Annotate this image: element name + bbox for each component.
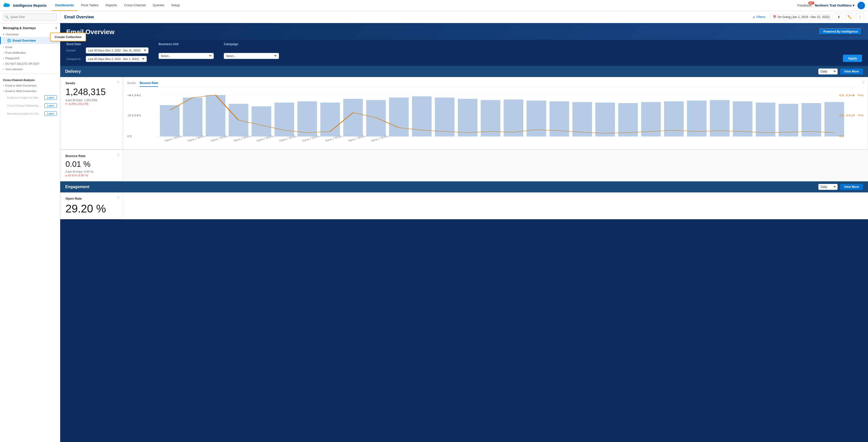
chevron-right-icon: › (3, 57, 4, 60)
learn-button-marketing-insights[interactable]: Learn (44, 112, 57, 116)
chevron-right-icon: › (3, 68, 4, 71)
tab-dashboards[interactable]: Dashboards (52, 0, 78, 11)
chart-tab-bounce-rate[interactable]: Bounce Rate (140, 81, 158, 87)
open-rate-metric-card: Open Rate ▽ 29.20 % (60, 192, 123, 219)
feedback-button[interactable]: Feedback 99+ (798, 3, 812, 7)
sidebar-group-email[interactable]: › Email (0, 44, 60, 50)
sidebar-group-email-web-1[interactable]: › Email to Web Conversion (0, 83, 60, 88)
svg-rect-15 (366, 100, 386, 136)
chart-filter-icon[interactable]: ▽ (862, 80, 865, 84)
open-rate-metric-value: 29.20 % (65, 202, 118, 215)
chevron-down-icon: ▾ (3, 33, 4, 36)
svg-text:0.02 %: 0.02 % (839, 114, 864, 117)
chart-tab-sends[interactable]: Sends (127, 81, 136, 87)
svg-text:40K: 40K (127, 94, 142, 97)
sidebar-group-do-not-delete[interactable]: › DO NOT DELETE OR EDIT (0, 61, 60, 66)
svg-rect-22 (527, 101, 546, 136)
delivery-chart-svg-wrap: 40K 20K 0 (127, 90, 864, 145)
edit-icon: ✏️ (847, 15, 852, 19)
svg-rect-26 (618, 103, 638, 136)
svg-rect-7 (183, 98, 203, 136)
tab-setup[interactable]: Setup (168, 0, 183, 11)
delivery-chart-svg: 40K 20K 0 (127, 90, 864, 143)
svg-rect-14 (343, 99, 363, 136)
learn-item-audience-insights: Audience Insights for Adv... Learn (0, 94, 60, 102)
learn-button-cross-channel-marketing[interactable]: Learn (44, 103, 57, 108)
engagement-view-more-button[interactable]: View More (840, 184, 863, 190)
sidebar-group-test-collection[interactable]: › Test collection (0, 66, 60, 72)
business-unit-filter: Business Unit Select... (159, 42, 214, 62)
svg-rect-20 (480, 100, 500, 136)
bounce-rate-metric-value: 0.01 % (65, 160, 118, 168)
globe-icon: 🌐 (7, 39, 11, 42)
delivery-view-more-button[interactable]: View More (840, 68, 863, 74)
date-range-display[interactable]: 📅 On Going (Jan 1, 2019 - Dec 31, 2022) (770, 14, 832, 20)
svg-text:0.04 %: 0.04 % (839, 94, 864, 97)
section-collapse-icon[interactable]: ▾ (56, 27, 57, 30)
campaign-select[interactable]: Select... (224, 53, 279, 59)
calendar-icon: 📅 (773, 15, 776, 19)
header-actions: ⊿ Filters 📅 On Going (Jan 1, 2019 - Dec … (750, 13, 864, 21)
delivery-cards-row: Sends ▽ 1,248,315 (Last 30 Days: 1,331,5… (60, 77, 868, 150)
top-navigation: Intelligence Reports Dashboards Pivot Ta… (0, 0, 868, 11)
user-avatar[interactable]: 👤 (858, 2, 865, 9)
org-selector[interactable]: Northern Trail Outfitters ▾ (815, 3, 855, 7)
campaign-filter: Campaign Select... (224, 42, 279, 62)
nav-right-area: Feedback 99+ Northern Trail Outfitters ▾… (798, 2, 865, 9)
tab-reports[interactable]: Reports (102, 0, 121, 11)
tab-queries[interactable]: Queries (149, 0, 168, 11)
dashboard-header: Email Overview Powered By Intelligence (60, 23, 868, 40)
search-icon: 🔍 (5, 15, 9, 19)
svg-text:0: 0 (127, 135, 132, 138)
tab-pivot-tables[interactable]: Pivot Tables (78, 0, 102, 11)
delivery-section: Delivery Daily Weekly Monthly View More … (60, 66, 868, 181)
open-rate-filter-icon[interactable]: ▽ (117, 196, 120, 200)
svg-rect-25 (595, 103, 615, 136)
more-options-button[interactable]: ⋮ (856, 13, 864, 21)
content-header-bar: Email Overview ⊿ Filters 📅 On Going (Jan… (60, 11, 868, 23)
salesforce-logo (3, 1, 11, 9)
tab-cross-channel[interactable]: Cross-Channel (120, 0, 149, 11)
sends-metric-value: 1,248,315 (65, 87, 118, 97)
svg-rect-10 (252, 106, 271, 136)
bounce-filter-icon[interactable]: ▽ (117, 153, 120, 157)
engagement-frequency-select[interactable]: Daily Weekly Monthly (818, 184, 838, 190)
svg-text:0: 0 (839, 135, 844, 138)
svg-text:20K: 20K (127, 114, 142, 117)
engagement-section: Engagement Daily Weekly Monthly View Mor… (60, 181, 868, 219)
sends-metric-card: Sends ▽ 1,248,315 (Last 30 Days: 1,331,5… (60, 77, 123, 150)
open-rate-card-title: Open Rate (65, 197, 118, 200)
app-logo-area: Intelligence Reports (3, 1, 46, 9)
sidebar-search-area: 🔍 (0, 11, 60, 23)
sidebar-divider (0, 74, 60, 74)
delivery-frequency-select[interactable]: Daily Weekly Monthly (818, 68, 838, 74)
svg-rect-21 (504, 100, 523, 136)
sidebar-group-push-notification[interactable]: › Push Notification (0, 50, 60, 55)
chevron-right-icon: › (3, 84, 4, 87)
apply-filters-button[interactable]: Apply (843, 55, 862, 62)
svg-rect-32 (755, 103, 775, 136)
upload-button[interactable]: ⬆ (835, 13, 843, 21)
business-unit-select[interactable]: Select... (159, 53, 214, 59)
learn-button-audience-insights[interactable]: Learn (44, 95, 57, 100)
main-nav-tabs: Dashboards Pivot Tables Reports Cross-Ch… (52, 0, 183, 11)
chevron-right-icon: › (3, 90, 4, 93)
sends-filter-icon[interactable]: ▽ (117, 80, 120, 84)
sidebar: 🔍 Messaging & Journeys ▾ ▾ Overviews 🌐 E… (0, 11, 60, 442)
bounce-rate-compare-value: (Last 30 Days: 0.00 %) (65, 170, 118, 173)
edit-button[interactable]: ✏️ (845, 13, 854, 21)
learn-item-cross-channel-marketing: Cross-Channel Marketing ... Learn (0, 102, 60, 109)
filters-button[interactable]: ⊿ Filters (750, 14, 767, 20)
content-header-title: Email Overview (64, 15, 747, 19)
sends-card-title: Sends (65, 81, 118, 85)
powered-by-badge[interactable]: Powered By Intelligence (819, 28, 862, 35)
quick-find-input[interactable] (3, 13, 57, 21)
chevron-right-icon: › (3, 46, 4, 49)
delivery-chart-area: ▽ Sends Bounce Rate 40K 20K 0 (123, 77, 868, 150)
current-date-select[interactable]: Last 30 Days (Dec 2, 2022 - Dec 31, 2022… (86, 48, 149, 54)
compare-date-select[interactable]: Last 30 Days (Nov 2, 2022 - Dec 1, 2022) (86, 56, 147, 62)
sidebar-group-playground[interactable]: › Playground (0, 55, 60, 61)
sidebar-group-email-web-2[interactable]: › Email to Web Conversion (0, 88, 60, 94)
feedback-badge: 99+ (808, 1, 814, 4)
create-collection-tooltip[interactable]: Create Collection (50, 33, 60, 41)
